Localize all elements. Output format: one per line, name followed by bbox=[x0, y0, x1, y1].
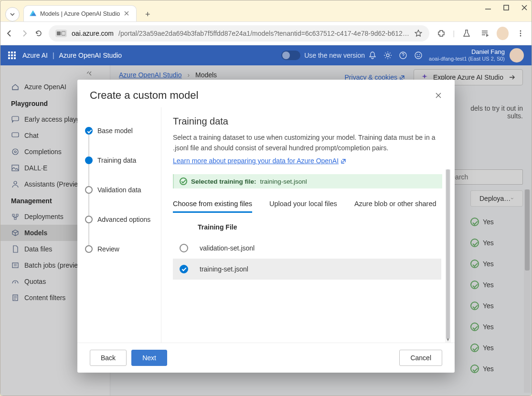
user-block[interactable]: Daniel Fang aoai-dfang-test1 (East US 2,… bbox=[429, 49, 505, 62]
step-pending-icon bbox=[85, 216, 93, 223]
radio-icon[interactable] bbox=[180, 265, 188, 273]
modal-panel: Training data Select a training dataset … bbox=[161, 107, 455, 343]
radio-icon[interactable] bbox=[180, 244, 188, 252]
address-bar[interactable]: oai.azure.com /portal/23a59ae2da694b3fab… bbox=[49, 25, 429, 42]
tab-close-icon[interactable] bbox=[124, 10, 130, 17]
next-button-label: Next bbox=[142, 354, 156, 362]
step-label: Validation data bbox=[97, 186, 141, 194]
wizard-steps: Base model Training data Validation data… bbox=[77, 107, 161, 343]
file-row[interactable]: validation-set.jsonl bbox=[173, 238, 441, 259]
svg-point-8 bbox=[415, 52, 422, 59]
cancel-button-label: Cancel bbox=[410, 354, 431, 362]
step-base-model[interactable]: Base model bbox=[85, 116, 161, 146]
step-label: Advanced options bbox=[97, 216, 150, 223]
svg-point-5 bbox=[520, 35, 521, 37]
svg-point-4 bbox=[520, 33, 521, 34]
tab-existing-files[interactable]: Choose from existing files bbox=[173, 196, 252, 213]
step-validation-data[interactable]: Validation data bbox=[85, 175, 161, 205]
extensions-icon[interactable] bbox=[435, 27, 447, 40]
bell-icon[interactable] bbox=[365, 51, 380, 60]
browser-toolbar: oai.azure.com /portal/23a59ae2da694b3fab… bbox=[0, 21, 532, 45]
avatar[interactable] bbox=[510, 48, 524, 63]
step-training-data[interactable]: Training data bbox=[85, 146, 161, 175]
panel-heading: Training data bbox=[173, 116, 451, 127]
scroll-thumb[interactable] bbox=[446, 169, 450, 339]
nav-reload-icon[interactable] bbox=[34, 29, 43, 38]
create-custom-model-modal: Create a custom model Base model Trainin… bbox=[77, 80, 455, 373]
step-pending-icon bbox=[85, 186, 93, 194]
waffle-icon[interactable] bbox=[8, 52, 16, 59]
tab-azure-blob[interactable]: Azure blob or other shared bbox=[354, 196, 436, 213]
step-done-icon bbox=[85, 127, 93, 135]
svg-point-9 bbox=[417, 54, 418, 55]
help-icon[interactable] bbox=[395, 51, 411, 60]
azure-studio-label[interactable]: Azure OpenAI Studio bbox=[59, 52, 122, 59]
modal-footer: Back Next Cancel bbox=[77, 343, 455, 373]
site-info-icon[interactable] bbox=[55, 30, 67, 37]
labs-icon[interactable] bbox=[460, 27, 473, 40]
tab-label: Upload your local files bbox=[269, 200, 337, 208]
external-link-icon bbox=[340, 158, 346, 164]
svg-rect-2 bbox=[62, 31, 65, 35]
step-label: Training data bbox=[97, 156, 136, 164]
learn-more-label: Learn more about preparing your data for… bbox=[173, 157, 339, 165]
modal-title: Create a custom model bbox=[90, 89, 198, 102]
selected-file-bar: Selected training file: training-set.jso… bbox=[173, 174, 442, 188]
feedback-icon[interactable] bbox=[411, 51, 426, 60]
svg-point-6 bbox=[386, 54, 389, 57]
tab-upload-local[interactable]: Upload your local files bbox=[269, 196, 337, 213]
next-button[interactable]: Next bbox=[131, 350, 167, 366]
learn-more-link[interactable]: Learn more about preparing your data for… bbox=[173, 157, 339, 165]
modal-close-icon[interactable] bbox=[435, 92, 442, 99]
tab-menu-button[interactable] bbox=[5, 7, 20, 21]
new-tab-button[interactable]: + bbox=[140, 7, 155, 21]
scroll-down-icon[interactable]: ▼ bbox=[445, 337, 451, 343]
playlist-icon[interactable] bbox=[479, 27, 491, 40]
window-minimize-icon[interactable] bbox=[485, 4, 491, 11]
bookmark-star-icon[interactable] bbox=[414, 29, 423, 38]
svg-rect-0 bbox=[504, 5, 509, 10]
step-label: Base model bbox=[97, 127, 133, 135]
back-button-label: Back bbox=[101, 354, 116, 362]
tab-label: Choose from existing files bbox=[173, 200, 252, 208]
tab-label: Azure blob or other shared bbox=[354, 200, 436, 208]
azure-top-bar: Azure AI | Azure OpenAI Studio Use the n… bbox=[0, 45, 532, 65]
svg-point-3 bbox=[520, 31, 521, 32]
new-version-toggle[interactable] bbox=[281, 51, 300, 60]
profile-avatar-icon[interactable] bbox=[497, 27, 509, 40]
browser-menu-icon[interactable] bbox=[514, 27, 527, 40]
nav-forward-icon[interactable] bbox=[20, 29, 28, 38]
success-check-icon bbox=[180, 177, 187, 185]
main: Azure OpenAI Playground Early access pla… bbox=[0, 65, 532, 396]
selected-file-name: training-set.jsonl bbox=[260, 178, 307, 185]
step-advanced-options[interactable]: Advanced options bbox=[85, 205, 161, 234]
svg-rect-1 bbox=[57, 31, 61, 35]
back-button[interactable]: Back bbox=[90, 350, 127, 366]
window-close-icon[interactable] bbox=[521, 4, 528, 11]
url-host: oai.azure.com bbox=[72, 30, 114, 37]
browser-tab[interactable]: Models | Azure OpenAI Studio bbox=[23, 5, 137, 21]
file-row[interactable]: training-set.jsonl bbox=[173, 259, 441, 280]
window-controls bbox=[485, 4, 528, 11]
panel-scrollbar[interactable]: ▲ ▼ bbox=[445, 169, 451, 343]
azure-ai-label[interactable]: Azure AI bbox=[22, 52, 48, 59]
modal-overlay: Create a custom model Base model Trainin… bbox=[0, 65, 532, 396]
nav-back-icon[interactable] bbox=[5, 29, 14, 38]
step-pending-icon bbox=[85, 245, 93, 253]
browser-tabstrip: Models | Azure OpenAI Studio + bbox=[0, 0, 532, 21]
file-list-header: Training File bbox=[173, 223, 441, 238]
step-label: Review bbox=[97, 245, 119, 253]
window-maximize-icon[interactable] bbox=[503, 4, 510, 11]
tab-title: Models | Azure OpenAI Studio bbox=[40, 10, 120, 17]
svg-point-10 bbox=[419, 54, 420, 55]
user-name: Daniel Fang bbox=[429, 49, 505, 56]
file-name: training-set.jsonl bbox=[200, 265, 248, 273]
cancel-button[interactable]: Cancel bbox=[399, 350, 442, 366]
step-current-icon bbox=[85, 156, 93, 164]
panel-description: Select a training dataset to use when cu… bbox=[173, 133, 442, 153]
selected-file-label: Selected training file: bbox=[191, 178, 256, 185]
file-name: validation-set.jsonl bbox=[200, 244, 255, 252]
new-version-label: Use the new version bbox=[304, 52, 365, 59]
gear-icon[interactable] bbox=[380, 51, 395, 60]
step-review[interactable]: Review bbox=[85, 234, 161, 264]
